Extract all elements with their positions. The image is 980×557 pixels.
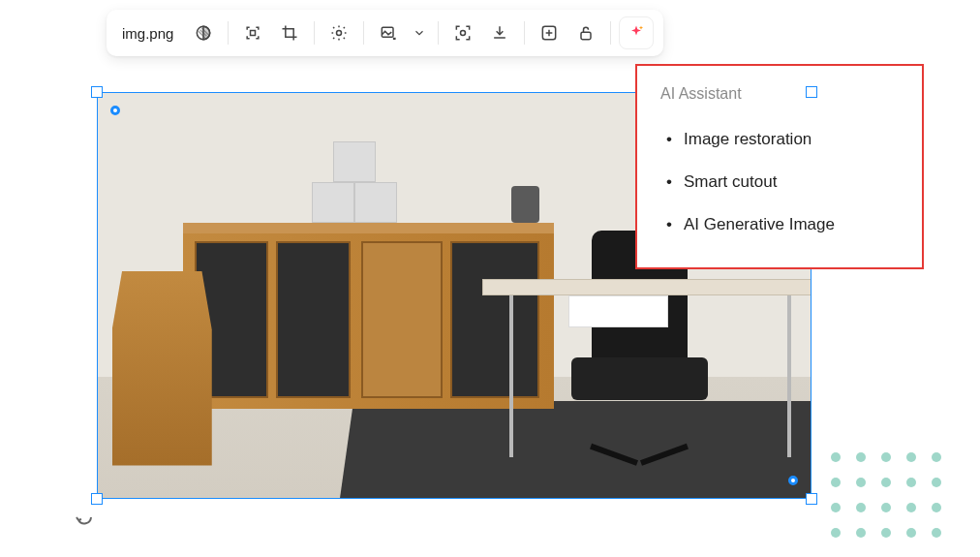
rotation-anchor-bottom-right[interactable] xyxy=(788,476,798,485)
image-toolbar: img.png xyxy=(107,10,663,56)
menu-item-smart-cutout[interactable]: Smart cutout xyxy=(660,161,899,203)
svg-point-2 xyxy=(337,31,342,36)
contrast-button[interactable] xyxy=(187,16,220,49)
filename-label: img.png xyxy=(116,25,183,42)
menu-item-image-restoration[interactable]: Image restoration xyxy=(660,118,899,161)
chevron-down-icon xyxy=(413,26,426,40)
toolbar-separator xyxy=(228,21,229,45)
replace-image-icon xyxy=(379,23,398,43)
download-icon xyxy=(490,23,509,43)
toolbar-separator xyxy=(610,21,611,45)
svg-point-4 xyxy=(461,31,466,36)
toolbar-separator xyxy=(438,21,439,45)
resize-handle-bottom-right[interactable] xyxy=(806,493,817,505)
dropdown-button[interactable] xyxy=(409,16,430,49)
lock-button[interactable] xyxy=(569,16,602,49)
resize-handle-top-right[interactable] xyxy=(806,86,817,98)
add-icon xyxy=(539,23,559,43)
crop-button[interactable] xyxy=(273,16,306,49)
decorative-dot-grid xyxy=(831,452,943,540)
rotation-anchor-top-left[interactable] xyxy=(110,106,120,115)
svg-rect-6 xyxy=(581,32,591,39)
rotate-icon xyxy=(74,507,97,530)
image-content xyxy=(568,295,668,327)
menu-item-ai-generative-image[interactable]: AI Generative Image xyxy=(660,203,899,246)
resize-handle-top-left[interactable] xyxy=(91,86,103,98)
download-button[interactable] xyxy=(483,16,516,49)
resize-button[interactable] xyxy=(236,16,269,49)
scan-button[interactable] xyxy=(446,16,479,49)
sparkle-icon xyxy=(627,23,646,43)
popover-menu: Image restoration Smart cutout AI Genera… xyxy=(660,118,899,246)
contrast-icon xyxy=(194,23,213,43)
image-content xyxy=(333,141,376,182)
resize-handle-bottom-left[interactable] xyxy=(91,493,103,505)
ai-assistant-popover: AI Assistant Image restoration Smart cut… xyxy=(635,64,924,269)
image-content xyxy=(312,182,354,223)
toolbar-separator xyxy=(314,21,315,45)
resize-icon xyxy=(243,23,262,43)
crop-icon xyxy=(280,23,299,43)
svg-rect-1 xyxy=(251,31,256,36)
unlock-icon xyxy=(576,23,596,43)
ai-assistant-button[interactable] xyxy=(619,16,654,49)
gear-icon xyxy=(329,23,349,43)
image-content xyxy=(511,186,539,223)
toolbar-separator xyxy=(363,21,364,45)
settings-button[interactable] xyxy=(322,16,355,49)
image-content xyxy=(112,271,212,466)
scan-icon xyxy=(453,23,473,43)
replace-image-button[interactable] xyxy=(372,16,405,49)
popover-title: AI Assistant xyxy=(660,85,899,103)
add-button[interactable] xyxy=(533,16,566,49)
toolbar-separator xyxy=(524,21,525,45)
rotate-handle[interactable] xyxy=(74,507,97,530)
image-content xyxy=(354,182,397,223)
